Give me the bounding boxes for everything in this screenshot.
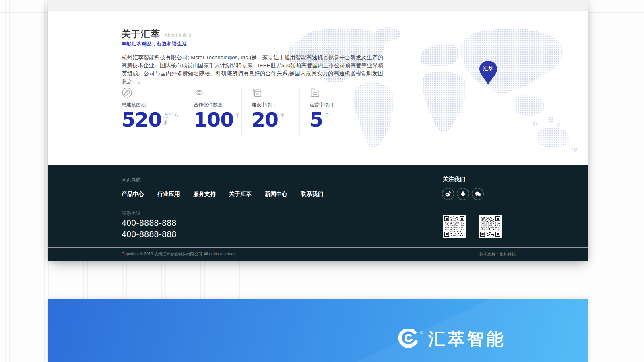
- map-location-pin: 汇萃: [479, 60, 497, 85]
- stat-value: 20: [252, 111, 278, 129]
- stat-value: 520: [122, 111, 161, 129]
- footer-qr-row: [443, 215, 502, 238]
- stat-unit: 万平方米: [163, 112, 184, 126]
- website-artboard: 汇萃 关于汇萃 About huicui 奉献汇萃精品，创造和谐生活 杭州汇萃智…: [48, 0, 588, 261]
- stat-label: 运营中项目: [310, 101, 357, 108]
- footer-phone-1: 400-8888-888: [122, 218, 177, 228]
- about-title: 关于汇萃: [122, 28, 160, 40]
- footer-copyright-bar: Copyright © 2019 杭州汇萃智能科技有限公司 All rights…: [48, 247, 588, 261]
- footer-nav-title: 网页导航: [122, 177, 141, 183]
- stats-row: 总建筑面积 520 万平方米 合作伙伴数量 100 个: [122, 87, 357, 136]
- footer-follow-divider: [443, 210, 514, 210]
- footer-nav-products[interactable]: 产品中心: [122, 191, 144, 198]
- site-footer: 网页导航 产品中心 行业应用 服务支持 关于汇萃 新闻中心 联系我们 联系电话 …: [48, 165, 588, 261]
- footer-nav-news[interactable]: 新闻中心: [265, 191, 287, 198]
- brand-logo: ® 汇萃智能: [395, 328, 506, 350]
- stat-projects-operating: 运营中项目 5 个: [299, 87, 357, 136]
- stat-projects-building: 建设中项目 20 个: [242, 87, 299, 136]
- previous-section-strip: [48, 0, 588, 11]
- weibo-icon[interactable]: [442, 188, 454, 200]
- footer-contact-title: 联系电话: [122, 210, 141, 217]
- wechat-icon[interactable]: [472, 188, 484, 200]
- stat-label: 总建筑面积: [122, 101, 184, 108]
- brand-banner: ® 汇萃智能: [48, 299, 588, 362]
- qq-icon[interactable]: [457, 188, 469, 200]
- brand-logo-text: 汇萃智能: [428, 328, 506, 350]
- stat-label: 合作伙伴数量: [194, 101, 242, 108]
- stat-total-area: 总建筑面积 520 万平方米: [122, 87, 184, 136]
- registered-mark: ®: [420, 330, 423, 335]
- qr-code-2: [479, 215, 502, 238]
- footer-social-row: [442, 188, 484, 200]
- eye-swoosh-logo-icon: [395, 329, 419, 350]
- ruler-badge-icon: [122, 87, 184, 99]
- stat-partners: 合作伙伴数量 100 个: [184, 87, 242, 136]
- tech-support-text: 技术支持：帷拓科技: [479, 248, 516, 261]
- footer-nav-contact[interactable]: 联系我们: [301, 191, 323, 198]
- handshake-icon: [194, 87, 242, 99]
- footer-follow-title: 关注我们: [443, 176, 465, 183]
- about-description: 杭州汇萃智能科技有限公司( Mstar Technologies, Inc.)是…: [122, 53, 383, 86]
- stat-value: 5: [310, 111, 323, 129]
- folder-list-icon: [310, 87, 357, 99]
- about-subtitle: About huicui: [165, 33, 191, 38]
- qr-code-1: [443, 215, 466, 238]
- about-section: 汇萃 关于汇萃 About huicui 奉献汇萃精品，创造和谐生活 杭州汇萃智…: [48, 11, 588, 165]
- footer-nav: 产品中心 行业应用 服务支持 关于汇萃 新闻中心 联系我们: [122, 191, 323, 198]
- map-pin-label: 汇萃: [479, 66, 497, 72]
- stat-unit: 个: [324, 112, 330, 119]
- footer-nav-industry[interactable]: 行业应用: [157, 191, 180, 198]
- stat-unit: 个: [235, 112, 240, 119]
- copyright-text: Copyright © 2019 杭州汇萃智能科技有限公司 All rights…: [122, 248, 237, 261]
- stat-value: 100: [194, 111, 233, 129]
- footer-phone-2: 400-8888-888: [122, 229, 177, 239]
- footer-nav-about[interactable]: 关于汇萃: [229, 191, 252, 198]
- about-tagline: 奉献汇萃精品，创造和谐生活: [122, 41, 187, 47]
- calendar-check-icon: [252, 87, 299, 99]
- footer-nav-service[interactable]: 服务支持: [193, 191, 216, 198]
- stat-unit: 个: [280, 112, 285, 119]
- stat-label: 建设中项目: [252, 101, 299, 108]
